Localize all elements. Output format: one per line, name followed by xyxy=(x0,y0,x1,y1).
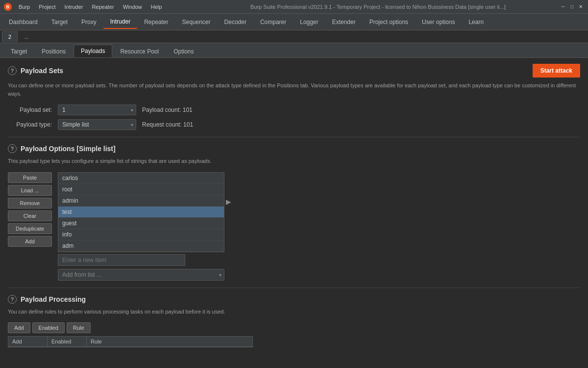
payload-sets-title: Payload Sets xyxy=(21,67,63,75)
processing-col-rule: Rule xyxy=(87,337,252,346)
list-item[interactable]: root xyxy=(58,184,224,195)
payload-sets-title-group: ? Payload Sets xyxy=(8,66,63,75)
payload-sets-help-icon[interactable]: ? xyxy=(8,66,17,75)
processing-col-add: Add xyxy=(8,337,48,346)
title-bar: B Burp Project Intruder Repeater Window … xyxy=(0,0,588,14)
nav-intruder[interactable]: Intruder xyxy=(103,15,137,29)
menu-help[interactable]: Help xyxy=(147,3,166,11)
payload-options-layout: Paste Load ... Remove Clear Deduplicate … xyxy=(8,172,580,281)
processing-table: Add Enabled Rule xyxy=(8,336,253,347)
payload-processing-title-group: ? Payload Processing xyxy=(8,295,86,304)
maximize-button[interactable]: □ xyxy=(568,3,575,10)
nav-proxy[interactable]: Proxy xyxy=(74,16,103,28)
burp-logo: B xyxy=(4,3,12,11)
add-from-list-row: Add from list ... xyxy=(58,269,580,281)
content-area: ? Payload Sets Start attack You can defi… xyxy=(0,58,588,368)
nav-decoder[interactable]: Decoder xyxy=(218,16,253,28)
list-item[interactable]: guest xyxy=(58,218,224,229)
processing-table-header: Add Enabled Rule xyxy=(8,337,252,347)
menu-intruder[interactable]: Intruder xyxy=(61,3,87,11)
title-bar-menus: Burp Project Intruder Repeater Window He… xyxy=(15,3,196,11)
payload-processing-header: ? Payload Processing xyxy=(8,295,580,304)
payload-type-select-wrapper: Simple list Runtime file Numbers xyxy=(58,119,136,130)
menu-window[interactable]: Window xyxy=(119,3,146,11)
subtab-options[interactable]: Options xyxy=(167,46,200,57)
minimize-button[interactable]: ─ xyxy=(560,3,566,10)
nav-sequencer[interactable]: Sequencer xyxy=(175,16,218,28)
remove-button[interactable]: Remove xyxy=(8,198,52,209)
processing-buttons: Add Enabled Rule xyxy=(8,322,580,333)
payload-processing-desc: You can define rules to perform various … xyxy=(8,308,580,316)
menu-burp[interactable]: Burp xyxy=(15,3,34,11)
nav-logger[interactable]: Logger xyxy=(293,16,325,28)
window-controls: ─ □ ✕ xyxy=(560,3,584,10)
payload-set-select[interactable]: 1 2 xyxy=(58,105,136,115)
nav-target[interactable]: Target xyxy=(45,16,74,28)
subtab-resource-pool[interactable]: Resource Pool xyxy=(113,46,166,57)
subtab-payloads[interactable]: Payloads xyxy=(74,45,112,57)
processing-add-button[interactable]: Add xyxy=(8,322,30,333)
nav-repeater[interactable]: Repeater xyxy=(137,16,175,28)
list-item[interactable]: adm xyxy=(58,240,224,252)
payload-set-label: Payload set: xyxy=(8,106,52,113)
menu-repeater[interactable]: Repeater xyxy=(88,3,118,11)
list-item[interactable]: carlos xyxy=(58,173,224,184)
payload-options-help-icon[interactable]: ? xyxy=(8,144,17,153)
payload-list-with-scroll: carlos root admin test guest info adm ▶ xyxy=(58,172,580,252)
sub-tab-bar: Target Positions Payloads Resource Pool … xyxy=(0,43,588,58)
nav-dashboard[interactable]: Dashboard xyxy=(2,16,45,28)
payload-set-select-wrapper: 1 2 xyxy=(58,105,136,115)
processing-col-enabled: Enabled xyxy=(48,337,87,346)
add-button[interactable]: Add xyxy=(8,236,52,247)
payload-options-title: Payload Options [Simple list] xyxy=(21,145,116,153)
payload-action-buttons: Paste Load ... Remove Clear Deduplicate … xyxy=(8,172,52,247)
payload-options-desc: This payload type lets you configure a s… xyxy=(8,157,580,165)
main-nav: Dashboard Target Proxy Intruder Repeater… xyxy=(0,14,588,30)
payload-sets-header: ? Payload Sets Start attack xyxy=(8,64,580,78)
list-item[interactable]: test xyxy=(58,207,224,218)
payload-options-title-group: ? Payload Options [Simple list] xyxy=(8,144,116,153)
processing-enabled-button[interactable]: Enabled xyxy=(32,322,65,333)
payload-count-label: Payload count: 101 xyxy=(142,106,193,113)
nav-project-options[interactable]: Project options xyxy=(363,16,415,28)
list-item[interactable]: admin xyxy=(58,195,224,207)
start-attack-button[interactable]: Start attack xyxy=(533,64,580,78)
add-from-list-wrapper: Add from list ... xyxy=(58,269,224,281)
paste-button[interactable]: Paste xyxy=(8,172,52,183)
request-count-label: Request count: 101 xyxy=(142,121,193,128)
divider-2 xyxy=(8,288,580,288)
new-item-input[interactable] xyxy=(58,254,185,266)
payload-processing-help-icon[interactable]: ? xyxy=(8,295,17,304)
deduplicate-button[interactable]: Deduplicate xyxy=(8,223,52,234)
payload-processing-title: Payload Processing xyxy=(21,295,86,303)
clear-button[interactable]: Clear xyxy=(8,210,52,221)
add-from-list-select[interactable]: Add from list ... xyxy=(58,269,224,281)
processing-rule-button[interactable]: Rule xyxy=(67,322,91,333)
payload-sets-desc: You can define one or more payload sets.… xyxy=(8,81,580,98)
list-item[interactable]: info xyxy=(58,229,224,240)
nav-extender[interactable]: Extender xyxy=(325,16,363,28)
payload-set-row: Payload set: 1 2 Payload count: 101 xyxy=(8,105,580,115)
tab-2[interactable]: 2 xyxy=(2,31,18,42)
subtab-positions[interactable]: Positions xyxy=(35,46,73,57)
nav-user-options[interactable]: User options xyxy=(415,16,462,28)
nav-comparer[interactable]: Comparer xyxy=(253,16,293,28)
payload-list: carlos root admin test guest info adm xyxy=(58,172,224,252)
payload-input-row xyxy=(58,254,580,266)
payload-type-row: Payload type: Simple list Runtime file N… xyxy=(8,119,580,130)
nav-learn[interactable]: Learn xyxy=(462,16,490,28)
subtab-target[interactable]: Target xyxy=(4,46,34,57)
payload-type-label: Payload type: xyxy=(8,121,52,128)
payload-list-area: carlos root admin test guest info adm ▶ … xyxy=(58,172,580,281)
close-button[interactable]: ✕ xyxy=(577,3,584,10)
load-button[interactable]: Load ... xyxy=(8,185,52,196)
tab-bar: 2 ... xyxy=(0,30,588,43)
payload-options-header: ? Payload Options [Simple list] xyxy=(8,144,580,153)
scroll-right-arrow[interactable]: ▶ xyxy=(224,172,232,231)
menu-project[interactable]: Project xyxy=(35,3,59,11)
divider-1 xyxy=(8,137,580,137)
tab-more[interactable]: ... xyxy=(18,31,35,42)
window-title: Burp Suite Professional v2021.9.1 - Temp… xyxy=(196,4,560,10)
payload-type-select[interactable]: Simple list Runtime file Numbers xyxy=(58,119,136,130)
